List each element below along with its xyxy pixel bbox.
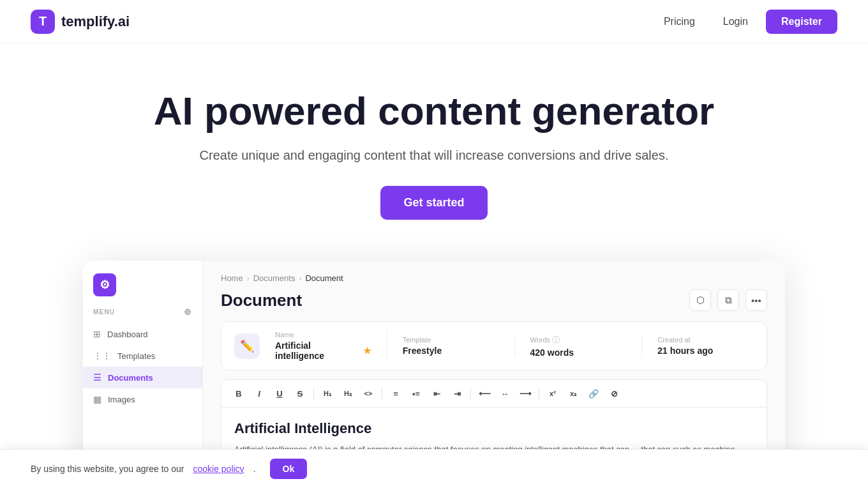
info-words-value: 420 words [530,347,627,358]
toolbar-sep-1 [313,388,314,399]
sidebar-item-dashboard[interactable]: ⊞ Dashboard [83,323,202,345]
copy-button[interactable]: ⧉ [717,289,739,311]
toolbar-align-center[interactable]: ↔ [497,385,513,402]
toolbar-link[interactable]: 🔗 [585,385,602,402]
breadcrumb-documents[interactable]: Documents [253,273,296,283]
dashboard-icon: ⊞ [93,329,101,339]
info-created-field: Created at 21 hours ago [657,336,754,356]
hero-title: AI powered content generator [31,89,837,133]
sidebar-item-templates[interactable]: ⋮⋮ Templates [83,345,202,367]
info-template-label: Template [403,336,499,344]
cookie-text: By using this website, you agree to our [31,464,184,474]
sidebar-item-documents[interactable]: ☰ Documents [83,367,202,388]
export-button[interactable]: ⬡ [689,289,711,311]
document-header: Document ⬡ ⧉ ••• [221,289,767,311]
info-template-field: Template Freestyle [403,336,515,356]
info-created-value: 21 hours ago [657,346,754,356]
toolbar-align-left[interactable]: ⟵ [476,385,493,402]
hero-subtitle: Create unique and engaging content that … [31,148,837,163]
hero-section: AI powered content generator Create uniq… [0,43,868,245]
breadcrumb-sep-1: › [247,274,250,283]
toolbar-h2[interactable]: H₂ [340,385,356,402]
sidebar-images-label: Images [108,395,135,404]
sidebar-dashboard-label: Dashboard [107,330,148,339]
toolbar-indent-left[interactable]: ⇤ [428,385,445,402]
toolbar-bold[interactable]: B [230,385,247,402]
toolbar-strikethrough[interactable]: S [292,385,308,402]
logo: T templify.ai [31,10,130,34]
logo-icon: T [31,10,55,34]
words-hint-icon: ⓘ [552,335,560,344]
cookie-period: . [253,464,256,474]
info-name-field: Name Artificial intelligence ★ [275,331,387,361]
logo-text: templify.ai [61,13,130,30]
document-type-icon: ✏️ [234,333,260,359]
register-button[interactable]: Register [766,10,837,34]
star-icon: ★ [363,346,371,356]
toolbar-sep-4 [539,388,539,399]
info-name-label: Name [275,331,371,339]
documents-icon: ☰ [93,372,101,383]
toolbar-sep-2 [382,388,382,399]
document-actions: ⬡ ⧉ ••• [689,289,767,311]
sidebar-logo-icon: ⚙ [93,273,116,296]
toolbar-subscript[interactable]: x₂ [565,385,581,402]
toolbar-unordered-list[interactable]: •≡ [408,385,424,402]
editor-heading: Artificial Intelligence [234,420,754,437]
cookie-ok-button[interactable]: Ok [270,459,308,479]
cookie-policy-link[interactable]: cookie policy [193,464,244,474]
info-template-value: Freestyle [403,346,499,356]
editor-toolbar: B I U S H₁ H₂ <> ≡ •≡ ⇤ ⇥ ⟵ ↔ ⟶ x² x₂ 🔗 … [221,379,767,407]
navbar: T templify.ai Pricing Login Register [0,0,868,43]
toolbar-superscript[interactable]: x² [544,385,561,402]
get-started-button[interactable]: Get started [380,186,487,220]
info-created-label: Created at [657,336,754,344]
nav-links: Pricing Login Register [654,10,837,34]
toolbar-h1[interactable]: H₁ [319,385,336,402]
more-options-button[interactable]: ••• [745,289,767,311]
toolbar-sep-3 [470,388,471,399]
toolbar-italic[interactable]: I [251,385,267,402]
document-title: Document [221,291,302,310]
toolbar-code[interactable]: <> [360,385,377,402]
images-icon: ▦ [93,394,101,404]
toolbar-indent-right[interactable]: ⇥ [449,385,465,402]
toolbar-underline[interactable]: U [271,385,288,402]
info-words-label: Words ⓘ [530,335,627,346]
breadcrumb-sep-2: › [299,274,301,283]
sidebar-item-images[interactable]: ▦ Images [83,388,202,410]
toolbar-ordered-list[interactable]: ≡ [387,385,404,402]
sidebar-documents-label: Documents [108,373,153,383]
cookie-banner: By using this website, you agree to our … [0,449,868,488]
breadcrumb: Home › Documents › Document [221,273,767,283]
info-words-field: Words ⓘ 420 words [530,335,643,358]
breadcrumb-current: Document [305,273,343,283]
breadcrumb-home[interactable]: Home [221,273,243,283]
sidebar-settings-icon[interactable]: ⊕ [184,307,192,317]
sidebar-menu-label: MENU ⊕ [83,307,202,323]
toolbar-clear[interactable]: ⊘ [606,385,622,402]
templates-icon: ⋮⋮ [93,351,111,361]
sidebar-templates-label: Templates [117,351,155,361]
document-info-row: ✏️ Name Artificial intelligence ★ Templa… [221,321,767,370]
pricing-link[interactable]: Pricing [654,11,705,33]
login-link[interactable]: Login [713,11,758,33]
info-name-value: Artificial intelligence ★ [275,340,371,361]
toolbar-align-right[interactable]: ⟶ [517,385,534,402]
